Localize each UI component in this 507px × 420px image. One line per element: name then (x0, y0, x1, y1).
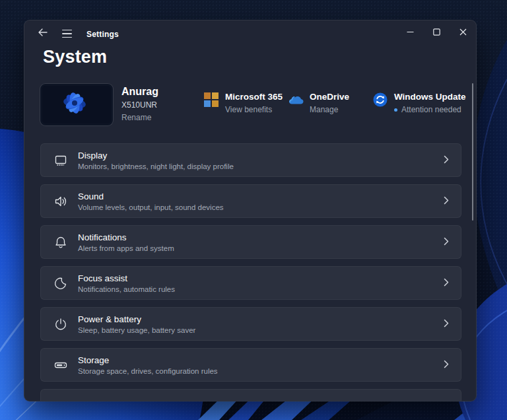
onedrive-icon (288, 92, 303, 107)
quick-link-onedrive[interactable]: OneDrive Manage (288, 92, 349, 114)
list-item-subtitle: Alerts from apps and system (78, 244, 174, 252)
device-name: X510UNR (121, 100, 158, 110)
list-item-focus-assist[interactable]: Focus assist Notifications, automatic ru… (40, 266, 461, 300)
microsoft-365-icon (204, 92, 219, 107)
settings-window: Settings System (24, 20, 477, 402)
back-arrow-icon (38, 28, 48, 40)
list-item-sound[interactable]: Sound Volume levels, output, input, soun… (40, 184, 461, 218)
scrollbar[interactable] (472, 83, 474, 221)
titlebar: Settings (24, 20, 476, 47)
chevron-right-icon (444, 277, 449, 289)
chevron-right-icon (444, 359, 449, 371)
avatar-bloom-image (42, 86, 107, 120)
back-button[interactable] (34, 25, 52, 42)
list-item-title: Power & battery (78, 314, 195, 324)
list-item-storage[interactable]: Storage Storage space, drives, configura… (40, 348, 461, 382)
quick-link-title: Windows Update (394, 92, 466, 102)
chevron-right-icon (444, 318, 449, 330)
hamburger-menu-button[interactable] (57, 25, 76, 42)
attention-dot (394, 108, 397, 112)
hamburger-icon (62, 30, 72, 38)
user-name: Anurag (121, 86, 158, 98)
chevron-right-icon (444, 195, 449, 207)
quick-link-subtitle: View benefits (225, 105, 283, 114)
nearby-sharing-icon (53, 398, 69, 402)
page-title: System (43, 47, 107, 67)
list-item-title: Sound (78, 192, 224, 201)
chevron-right-icon (444, 155, 449, 166)
list-item-notifications[interactable]: Notifications Alerts from apps and syste… (40, 225, 461, 259)
list-item-subtitle: Storage space, drives, configuration rul… (78, 367, 218, 375)
app-title: Settings (86, 20, 119, 47)
profile-section: Anurag X510UNR Rename (40, 84, 158, 125)
list-item-subtitle: Sleep, battery usage, battery saver (78, 326, 195, 334)
power-icon (53, 316, 69, 332)
list-item-nearby-sharing[interactable]: Nearby sharing (40, 389, 461, 402)
list-item-title: Notifications (78, 232, 174, 242)
quick-link-title: Microsoft 365 (225, 92, 283, 102)
list-item-subtitle: Monitors, brightness, night light, displ… (78, 162, 234, 170)
list-item-power-battery[interactable]: Power & battery Sleep, battery usage, ba… (40, 307, 461, 341)
close-button[interactable] (450, 20, 476, 44)
avatar[interactable] (40, 84, 113, 125)
windows-update-icon (373, 92, 388, 107)
list-item-display[interactable]: Display Monitors, brightness, night ligh… (40, 143, 461, 177)
chevron-right-icon (444, 236, 449, 248)
notifications-icon (53, 234, 69, 250)
minimize-button[interactable] (397, 20, 423, 44)
list-item-title: Display (78, 151, 234, 160)
window-controls (397, 20, 476, 44)
quick-link-subtitle: Manage (310, 105, 349, 114)
minimize-icon (407, 26, 414, 38)
list-item-title: Nearby sharing (78, 400, 139, 402)
quick-link-microsoft-365[interactable]: Microsoft 365 View benefits (204, 92, 283, 114)
storage-icon (53, 357, 69, 373)
maximize-button[interactable] (423, 20, 450, 44)
maximize-icon (433, 26, 440, 38)
settings-list: Display Monitors, brightness, night ligh… (40, 143, 461, 402)
list-item-subtitle: Volume levels, output, input, sound devi… (78, 203, 224, 211)
focus-assist-icon (53, 275, 69, 291)
list-item-subtitle: Notifications, automatic rules (78, 285, 175, 293)
sound-icon (53, 193, 69, 209)
close-icon (459, 26, 467, 38)
chevron-right-icon (444, 400, 449, 402)
quick-link-subtitle: Attention needed (401, 105, 461, 114)
list-item-title: Focus assist (78, 273, 175, 283)
rename-link[interactable]: Rename (121, 113, 158, 122)
display-icon (53, 153, 69, 168)
quick-link-title: OneDrive (310, 92, 349, 102)
quick-link-windows-update[interactable]: Windows Update Attention needed (373, 92, 466, 114)
list-item-title: Storage (78, 355, 218, 365)
